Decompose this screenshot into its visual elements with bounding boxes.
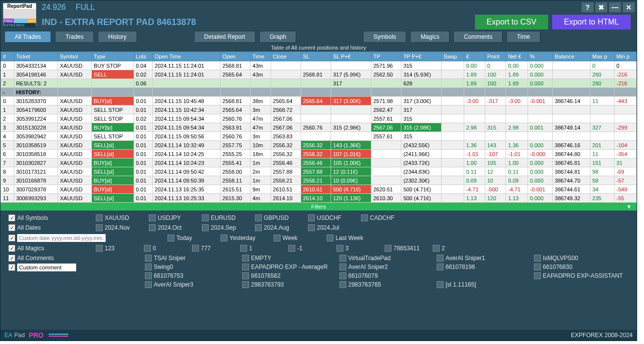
checkbox[interactable] <box>385 245 392 252</box>
tab-comments[interactable]: Comments <box>453 31 503 43</box>
filter-item[interactable]: EAPADPRO EXP-ASSISTANT <box>534 272 627 279</box>
filter-item[interactable]: CADCHF <box>361 214 410 221</box>
filters-header[interactable]: Filters▼ <box>0 203 637 211</box>
filter-item[interactable]: 2983763793 <box>242 281 336 288</box>
col-header[interactable]: Point <box>485 52 506 61</box>
col-header[interactable]: Ticket <box>14 52 57 61</box>
table-row[interactable]: -HISTORY: <box>1 88 637 97</box>
filter-item[interactable]: XAUUSD <box>96 214 145 221</box>
checkbox[interactable] <box>144 245 151 252</box>
chk-all-dates[interactable] <box>8 224 15 231</box>
filter-item[interactable]: EURUSD <box>202 214 251 221</box>
col-header[interactable]: % <box>528 52 552 61</box>
col-header[interactable]: Max p <box>590 52 614 61</box>
col-header[interactable]: Open Time <box>152 52 220 61</box>
checkbox[interactable] <box>339 255 346 262</box>
checkbox[interactable] <box>242 255 249 262</box>
checkbox[interactable] <box>242 264 249 270</box>
export-csv-button[interactable]: Export to CSV <box>475 15 548 29</box>
checkbox[interactable] <box>192 245 199 252</box>
filter-item[interactable]: 2983763765 <box>339 281 433 288</box>
filter-item[interactable]: 777 <box>192 245 236 252</box>
minimize-button[interactable]: — <box>609 2 621 12</box>
col-header[interactable]: # <box>1 52 14 61</box>
checkbox[interactable] <box>242 281 249 288</box>
filter-item[interactable]: Last Week <box>327 235 376 241</box>
col-header[interactable]: Balance <box>553 52 590 61</box>
table-row[interactable]: 103007028378XAUUSDBUY[sl]0.012024.11.13 … <box>1 185 637 194</box>
filter-item[interactable]: 661076753 <box>145 272 238 279</box>
checkbox[interactable] <box>339 264 346 270</box>
filter-item[interactable]: 661076830 <box>534 264 627 270</box>
col-header[interactable]: Close <box>271 52 301 61</box>
filter-item[interactable]: Swing0 <box>145 264 238 270</box>
checkbox[interactable] <box>96 224 103 231</box>
table-row[interactable]: 23053991224XAUUSDSELL STOP0.022024.11.15… <box>1 114 637 123</box>
col-header[interactable]: Symbol <box>58 52 92 61</box>
filter-item[interactable]: -1 <box>288 245 333 252</box>
filter-item[interactable]: 2024.Jul <box>308 224 357 231</box>
chk-all-magics[interactable] <box>8 245 15 252</box>
table-row[interactable]: 53010358519XAUUSDSELL[sl]0.012024.11.14 … <box>1 141 637 150</box>
filter-item[interactable]: IsMQLVPS00 <box>534 255 627 262</box>
filter-item[interactable]: 0 <box>144 245 188 252</box>
filter-item[interactable]: 2024.Sep <box>202 224 251 231</box>
checkbox[interactable] <box>339 272 346 279</box>
checkbox[interactable] <box>361 214 368 221</box>
chk-custom-comment[interactable] <box>8 264 15 271</box>
tab-trades[interactable]: Trades <box>55 31 94 43</box>
checkbox[interactable] <box>255 214 262 221</box>
tools-button[interactable]: ✖ <box>595 2 607 12</box>
checkbox[interactable] <box>288 245 295 252</box>
filter-item[interactable]: AverAI Sniper2 <box>339 264 433 270</box>
checkbox[interactable] <box>274 235 280 241</box>
table-row[interactable]: 73010302827XAUUSDBUY[sl]0.012024.11.14 1… <box>1 159 637 167</box>
col-header[interactable]: Lots <box>134 52 152 61</box>
checkbox[interactable] <box>437 264 444 270</box>
tab-magics[interactable]: Magics <box>410 31 449 43</box>
filter-item[interactable]: 3 <box>336 245 381 252</box>
checkbox[interactable] <box>255 224 262 231</box>
table-row[interactable]: 113006993293XAUUSDSELL[sl]0.012024.11.13… <box>1 194 637 203</box>
filter-item[interactable]: AverAI Sniper1 <box>437 255 530 262</box>
table-row[interactable]: 83010173121XAUUSDSELL[sl]0.012024.11.14 … <box>1 167 637 176</box>
filter-item[interactable]: EMPTY <box>242 255 336 262</box>
tab-all-trades[interactable]: All Trades <box>4 31 51 43</box>
checkbox[interactable] <box>96 214 103 221</box>
checkbox[interactable] <box>202 224 209 231</box>
checkbox[interactable] <box>437 255 444 262</box>
filter-item[interactable]: VirtualTradePad <box>339 255 433 262</box>
checkbox[interactable] <box>149 224 156 231</box>
filter-item[interactable] <box>437 272 530 279</box>
table-row[interactable]: 43053982942XAUUSDSELL STOP0.012024.11.15… <box>1 132 637 141</box>
col-header[interactable]: SL P+€ <box>331 52 371 61</box>
filter-item[interactable]: 661078196 <box>437 264 530 270</box>
filter-item[interactable]: 78653411 <box>385 245 429 252</box>
checkbox[interactable] <box>534 264 541 270</box>
checkbox[interactable] <box>336 245 343 252</box>
filter-item[interactable]: 123 <box>96 245 140 252</box>
filter-item[interactable]: 661076079 <box>339 272 433 279</box>
chk-all-comments[interactable] <box>8 255 15 262</box>
filter-item[interactable]: 2024.Oct <box>149 224 198 231</box>
col-header[interactable]: SL <box>301 52 331 61</box>
filter-item[interactable]: Week <box>274 235 323 241</box>
filter-item[interactable]: Today <box>168 235 217 241</box>
checkbox[interactable] <box>242 272 249 279</box>
table-row[interactable]: 13054179600XAUUSDSELL STOP0.012024.11.15… <box>1 106 637 114</box>
filter-item[interactable]: Yesterday <box>221 235 270 241</box>
checkbox[interactable] <box>202 214 209 221</box>
filter-item[interactable]: 2024.Aug <box>255 224 304 231</box>
filter-item[interactable]: GBPUSD <box>255 214 304 221</box>
checkbox[interactable] <box>327 235 334 241</box>
col-header[interactable]: € <box>464 52 485 61</box>
checkbox[interactable] <box>437 281 444 288</box>
checkbox[interactable] <box>221 235 227 241</box>
filter-item[interactable]: USDJPY <box>149 214 198 221</box>
tab-history[interactable]: History <box>98 31 137 43</box>
checkbox[interactable] <box>145 255 152 262</box>
custom-date-input[interactable] <box>17 234 106 242</box>
checkbox[interactable] <box>308 214 315 221</box>
col-header[interactable]: Min p <box>614 52 636 61</box>
checkbox[interactable] <box>339 281 346 288</box>
